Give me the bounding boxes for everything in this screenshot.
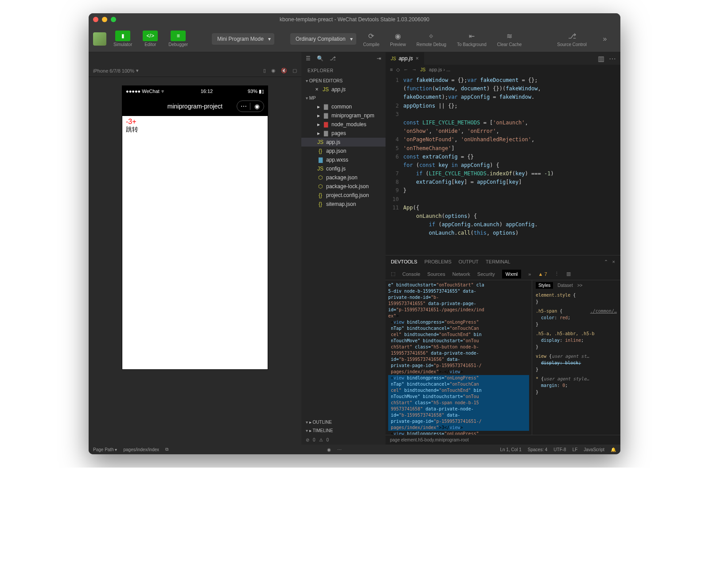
copy-icon[interactable]: ⧉ (165, 447, 168, 452)
close-devtools-icon[interactable]: × (612, 259, 615, 265)
open-editors-section[interactable]: OPEN EDITORS (301, 77, 386, 85)
language[interactable]: JavaScript (584, 447, 604, 452)
collapse-icon[interactable]: ⇥ (377, 55, 381, 62)
root-folder[interactable]: MP (301, 94, 386, 102)
avatar[interactable] (93, 32, 106, 46)
clear-cache-button[interactable]: ≋Clear Cache (494, 29, 526, 49)
search-icon[interactable]: 🔍 (317, 55, 323, 62)
battery-label: 93% ▮▯ (248, 89, 264, 94)
more-button[interactable]: » (594, 32, 616, 46)
folder-pages[interactable]: ▸▇pages (301, 129, 386, 138)
split-editor-icon[interactable]: ▥ (598, 54, 604, 63)
window-title: kbone-template-preact - WeChat Devtools … (280, 16, 429, 23)
page-path-value[interactable]: pages/index/index (124, 447, 160, 452)
editor-breadcrumb[interactable]: ≡ ◇ ←→ JS app.js › ... (386, 65, 620, 74)
open-editor-item[interactable]: ×JSapp.js (301, 85, 386, 94)
chevron-up-icon[interactable]: ⌃ (604, 259, 608, 265)
simulator-button[interactable]: ▮Simulator (110, 29, 136, 49)
styles-tabs: Styles Dataset >> (532, 280, 620, 290)
jump-link[interactable]: 跳转 (126, 126, 264, 134)
inspect-icon[interactable]: ⬚ (391, 271, 395, 277)
status-more-icon[interactable]: ⋯ (337, 447, 342, 452)
encoding[interactable]: UTF-8 (553, 447, 566, 452)
tab-devtools[interactable]: DEVTOOLS (391, 259, 417, 264)
warning-badge[interactable]: ▲ 7 (538, 271, 547, 277)
file-project-config-json[interactable]: {}project.config.json (301, 191, 386, 200)
minimize-icon[interactable] (102, 17, 107, 22)
bookmark-icon[interactable]: ◇ (396, 67, 400, 73)
device-icon[interactable]: ▯ (263, 68, 266, 74)
more-editor-icon[interactable]: ⋯ (609, 54, 616, 63)
tab-output[interactable]: OUTPUT (459, 259, 479, 264)
eol[interactable]: LF (573, 447, 578, 452)
styles-pane: Styles Dataset >> element.style {} .h5-s… (532, 280, 620, 435)
tab-app-js[interactable]: JS app.js × (386, 52, 424, 65)
subtab-console[interactable]: Console (402, 271, 420, 277)
problems-status[interactable]: ⊘0 ⚠0 (301, 435, 386, 445)
close-icon[interactable] (93, 17, 98, 22)
bell-icon[interactable]: 🔔 (611, 447, 616, 452)
maximize-icon[interactable] (111, 17, 116, 22)
editor-pane: JS app.js × ▥ ⋯ ≡ ◇ ←→ JS app.js › ... 1… (386, 52, 620, 445)
outline-section[interactable]: ▸ OUTLINE (301, 418, 386, 426)
editor-button[interactable]: </>Editor (139, 29, 161, 49)
devtools-body: e" bindtouchstart="onTouchStart" cla 5-d… (386, 280, 620, 435)
folder-common[interactable]: ▸▇common (301, 102, 386, 111)
code-content[interactable]: var fakeWindow = {};var fakeDocument = {… (403, 74, 620, 255)
compile-button[interactable]: ⟳Compile (360, 29, 383, 49)
device-selector[interactable]: iPhone 6/7/8 100% (93, 68, 134, 74)
more-subtabs-icon[interactable]: » (528, 271, 531, 277)
styles-tab[interactable]: Styles (536, 282, 553, 289)
subtab-wxml[interactable]: Wxml (502, 270, 522, 279)
styles-body[interactable]: element.style {} .h5-span { ./common/…co… (532, 290, 620, 435)
file-app-wxss[interactable]: ▇app.wxss (301, 155, 386, 164)
more-icon[interactable]: ⋯ (237, 103, 250, 110)
debugger-button[interactable]: ≡Debugger (165, 29, 191, 49)
phone-body[interactable]: -3+ 跳转 (122, 116, 268, 369)
tab-problems[interactable]: PROBLEMS (425, 259, 452, 264)
more-styles-icon[interactable]: >> (577, 283, 583, 288)
page-path-label[interactable]: Page Path ▾ (93, 447, 117, 452)
timeline-section[interactable]: ▸ TIMELINE (301, 426, 386, 435)
code-editor[interactable]: 1234567891011 var fakeWindow = {};var fa… (386, 74, 620, 255)
dataset-tab[interactable]: Dataset (557, 283, 573, 288)
folder-node-modules[interactable]: ▸▇node_modules (301, 120, 386, 129)
error-icon: ⊘ (306, 437, 309, 442)
record-icon[interactable]: ◉ (271, 68, 276, 74)
subtab-security[interactable]: Security (477, 271, 495, 277)
page-title: miniprogram-project (168, 103, 222, 110)
compilation-dropdown[interactable]: Ordinary Compilation (290, 33, 356, 45)
subtab-sources[interactable]: Sources (427, 271, 445, 277)
branch-icon[interactable]: ⎇ (330, 55, 336, 62)
list-icon[interactable]: ☰ (306, 55, 311, 62)
source-control-button[interactable]: ⎇Source Control (553, 29, 590, 49)
dock-icon[interactable]: ▥ (566, 271, 571, 277)
mode-dropdown[interactable]: Mini Program Mode (212, 33, 274, 45)
folder-miniprogram-npm[interactable]: ▸▇miniprogram_npm (301, 111, 386, 120)
toggle-icon[interactable]: ≡ (390, 67, 393, 72)
devtools-breadcrumb[interactable]: page element.h5-body.miniprogram-root (386, 435, 620, 445)
close-tab-icon[interactable]: × (416, 55, 419, 62)
target-icon[interactable]: ◉ (250, 103, 264, 110)
subtab-network[interactable]: Network (452, 271, 470, 277)
remote-debug-button[interactable]: ⟐Remote Debug (413, 29, 450, 49)
capsule-button[interactable]: ⋯ ◉ (237, 101, 264, 112)
file-app-json[interactable]: {}app.json (301, 147, 386, 155)
file-app-js[interactable]: JSapp.js (301, 138, 386, 147)
file-package-json[interactable]: ⬡package.json (301, 173, 386, 182)
kebab-icon[interactable]: ⋮ (554, 271, 559, 277)
devtools-panel: DEVTOOLS PROBLEMS OUTPUT TERMINAL ⌃ × ⬚ … (386, 255, 620, 445)
eye-icon[interactable]: ◉ (327, 447, 331, 452)
rotate-icon[interactable]: ▢ (292, 68, 297, 74)
tab-terminal[interactable]: TERMINAL (486, 259, 510, 264)
to-background-button[interactable]: ⇤To Background (453, 29, 490, 49)
cursor-position[interactable]: Ln 1, Col 1 (500, 447, 521, 452)
file-config-js[interactable]: JSconfig.js (301, 164, 386, 173)
wxml-tree[interactable]: e" bindtouchstart="onTouchStart" cla 5-d… (386, 280, 532, 435)
spaces-setting[interactable]: Spaces: 4 (528, 447, 547, 452)
preview-button[interactable]: ◉Preview (386, 29, 409, 49)
devtools-tabs: DEVTOOLS PROBLEMS OUTPUT TERMINAL ⌃ × (386, 255, 620, 268)
file-sitemap-json[interactable]: {}sitemap.json (301, 200, 386, 209)
mute-icon[interactable]: 🔇 (281, 68, 287, 74)
file-package-lock-json[interactable]: ⬡package-lock.json (301, 182, 386, 191)
